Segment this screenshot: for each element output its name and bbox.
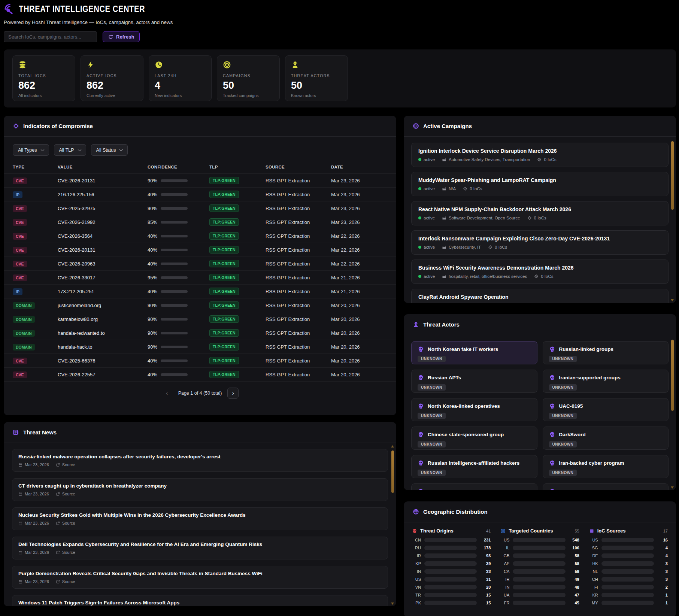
- campaigns-panel-header: Active Campaigns: [404, 116, 676, 137]
- geo-bar-value: 31: [480, 577, 491, 582]
- actor-card[interactable]: UAC-0195 UNKNOWN: [543, 398, 669, 421]
- campaign-card[interactable]: Ignition Interlock Device Service Disrup…: [411, 143, 669, 167]
- crosshair-icon: [537, 157, 542, 162]
- page-subtitle: Powered by Hoshi Threat Intelligence — I…: [4, 19, 676, 25]
- ioc-confidence: 90%: [148, 344, 209, 350]
- confidence-bar: [161, 221, 188, 224]
- actor-card[interactable]: Iranian-supported groups UNKNOWN: [543, 370, 669, 393]
- ioc-value: 173.212.205.251: [58, 289, 148, 294]
- ioc-confidence: 90%: [148, 178, 209, 183]
- actors-scrollbar[interactable]: [671, 339, 674, 487]
- geo-bar-value: 3: [657, 569, 668, 574]
- campaign-title: React Native NPM Supply-Chain Backdoor A…: [418, 206, 661, 212]
- ioc-value: CVE-2025-66376: [58, 358, 148, 364]
- ioc-table-row[interactable]: DOMAIN handala-hack.to 90% TLP:GREEN RSS…: [4, 340, 396, 353]
- filter-dropdown[interactable]: All Status: [91, 144, 128, 156]
- factory-icon: [442, 245, 446, 249]
- ioc-table-row[interactable]: DOMAIN handala-redwanted.to 90% TLP:GREE…: [4, 326, 396, 340]
- ioc-value: handala-hack.to: [58, 344, 148, 350]
- geo-bar-value: 47: [569, 593, 579, 597]
- ioc-source: RSS GPT Extraction: [266, 330, 331, 336]
- ioc-table-row[interactable]: DOMAIN justicehomeland.org 90% TLP:GREEN…: [4, 298, 396, 312]
- campaign-card[interactable]: Interlock Ransomware Campaign Exploiting…: [411, 230, 669, 255]
- actor-card[interactable]: Russian intelligence-affiliated hackers …: [411, 455, 537, 478]
- geo-bar-row: CN 231: [412, 538, 491, 542]
- geo-country-code: TR: [412, 593, 421, 597]
- stat-icon: [87, 61, 95, 69]
- ioc-table-row[interactable]: CVE CVE-2026-33017 95% TLP:GREEN RSS GPT…: [4, 270, 396, 284]
- actor-card[interactable]: Iran-backed cyber program UNKNOWN: [543, 455, 669, 478]
- pagination-label: Page 1 of 4 (50 total): [178, 391, 222, 396]
- actor-card[interactable]: Russian APTs UNKNOWN: [411, 370, 537, 393]
- actor-card[interactable]: North Korean fake IT workers UNKNOWN: [411, 341, 537, 364]
- geo-bar-row: US 31: [412, 577, 491, 582]
- ioc-table-row[interactable]: IP 216.126.225.156 40% TLP:GREEN RSS GPT…: [4, 187, 396, 201]
- actor-card[interactable]: North Korea-linked operatives UNKNOWN: [411, 398, 537, 421]
- ioc-table-row[interactable]: CVE CVE-2026-22557 40% TLP:GREEN RSS GPT…: [4, 367, 396, 381]
- confidence-bar: [161, 207, 188, 210]
- stat-sublabel: All indicators: [18, 93, 69, 98]
- news-item[interactable]: Dell Technologies Expands Cybersecurity …: [12, 537, 388, 559]
- actor-name: DarkSword: [559, 432, 586, 437]
- ioc-table-row[interactable]: IP 173.212.205.251 40% TLP:GREEN RSS GPT…: [4, 284, 396, 298]
- campaign-card[interactable]: React Native NPM Supply-Chain Backdoor A…: [411, 201, 669, 225]
- ioc-table-row[interactable]: CVE CVE-2025-66376 40% TLP:GREEN RSS GPT…: [4, 353, 396, 367]
- geo-column-header: Threat Origins 41: [412, 528, 491, 534]
- news-item[interactable]: CT drivers caught up in cyberattack on b…: [12, 478, 388, 501]
- ioc-date: Mar 20, 2026: [331, 303, 387, 308]
- calendar-icon: [18, 463, 22, 467]
- ioc-value: CVE-2026-33017: [58, 275, 148, 280]
- ioc-table-row[interactable]: CVE CVE-2026-3564 40% TLP:GREEN RSS GPT …: [4, 229, 396, 243]
- skull-icon: [418, 374, 424, 381]
- campaign-card[interactable]: MuddyWater Spear-Phishing and LampoRAT C…: [411, 172, 669, 196]
- prev-page-button[interactable]: ‹: [161, 388, 173, 399]
- campaigns-panel-title: Active Campaigns: [423, 123, 472, 129]
- news-item[interactable]: Windows 11 Patch Triggers Sign-In Failur…: [12, 595, 388, 606]
- search-input[interactable]: [4, 31, 97, 42]
- news-source-link[interactable]: Source: [56, 579, 75, 584]
- actor-card[interactable]: Chinese state-sponsored group UNKNOWN: [411, 427, 537, 450]
- ioc-table-row[interactable]: DOMAIN karmabelow80.org 90% TLP:GREEN RS…: [4, 312, 396, 326]
- actor-card[interactable]: Russian-linked groups UNKNOWN: [543, 341, 669, 364]
- actor-card[interactable]: [543, 483, 669, 490]
- ioc-type-badge: DOMAIN: [13, 330, 35, 337]
- news-source-link[interactable]: Source: [56, 462, 75, 467]
- geo-bar-track: [424, 561, 477, 566]
- campaigns-scrollbar[interactable]: [671, 140, 674, 300]
- ioc-table-row[interactable]: CVE CVE-2026-20131 90% TLP:GREEN RSS GPT…: [4, 173, 396, 187]
- actor-card[interactable]: DarkSword UNKNOWN: [543, 427, 669, 450]
- news-item[interactable]: Nucleus Security Strikes Gold with Multi…: [12, 507, 388, 530]
- ioc-type-badge: CVE: [13, 358, 27, 364]
- geo-bar-track: [513, 538, 565, 542]
- refresh-button[interactable]: Refresh: [103, 31, 140, 42]
- campaign-title: Business WiFi Security Awareness Demonst…: [418, 265, 661, 271]
- filter-dropdown[interactable]: All TLP: [54, 144, 86, 156]
- ioc-confidence-percent: 90%: [148, 303, 157, 308]
- campaign-card[interactable]: ClayRat Android Spyware Operation: [411, 289, 669, 303]
- news-source-link[interactable]: Source: [56, 492, 75, 496]
- geo-panel-title: Geographic Distribution: [423, 509, 488, 515]
- ioc-date: Mar 20, 2026: [331, 372, 387, 377]
- ioc-table-row[interactable]: CVE CVE-2025-32975 90% TLP:GREEN RSS GPT…: [4, 201, 396, 215]
- geo-country-code: DE: [589, 553, 598, 558]
- actor-card[interactable]: [411, 483, 537, 490]
- filter-dropdown[interactable]: All Types: [13, 144, 49, 156]
- news-item[interactable]: Russia-linked malware operation collapse…: [12, 449, 388, 472]
- geo-bar-row: IN 48: [500, 585, 579, 589]
- ioc-value: CVE-2025-32975: [58, 206, 148, 211]
- threat-intelligence-dashboard: THREAT INTELLIGENCE CENTER Powered by Ho…: [0, 0, 679, 616]
- filter-dropdown-value: All Types: [18, 148, 37, 153]
- news-source-link[interactable]: Source: [56, 521, 75, 525]
- calendar-icon: [18, 550, 22, 555]
- actor-status-badge: UNKNOWN: [418, 441, 446, 447]
- ioc-table-row[interactable]: CVE CVE-2026-20963 40% TLP:GREEN RSS GPT…: [4, 257, 396, 270]
- news-item[interactable]: Purple Demonstration Reveals Critical Se…: [12, 566, 388, 589]
- ioc-table-row[interactable]: CVE CVE-2026-20131 40% TLP:GREEN RSS GPT…: [4, 243, 396, 257]
- campaign-card[interactable]: Business WiFi Security Awareness Demonst…: [411, 260, 669, 284]
- ioc-table-row[interactable]: CVE CVE-2026-21992 85% TLP:GREEN RSS GPT…: [4, 215, 396, 229]
- news-scrollbar[interactable]: [391, 447, 394, 603]
- next-page-button[interactable]: ›: [227, 388, 239, 399]
- external-link-icon: [56, 580, 60, 584]
- ioc-source: RSS GPT Extraction: [266, 247, 331, 253]
- news-source-link[interactable]: Source: [56, 550, 75, 555]
